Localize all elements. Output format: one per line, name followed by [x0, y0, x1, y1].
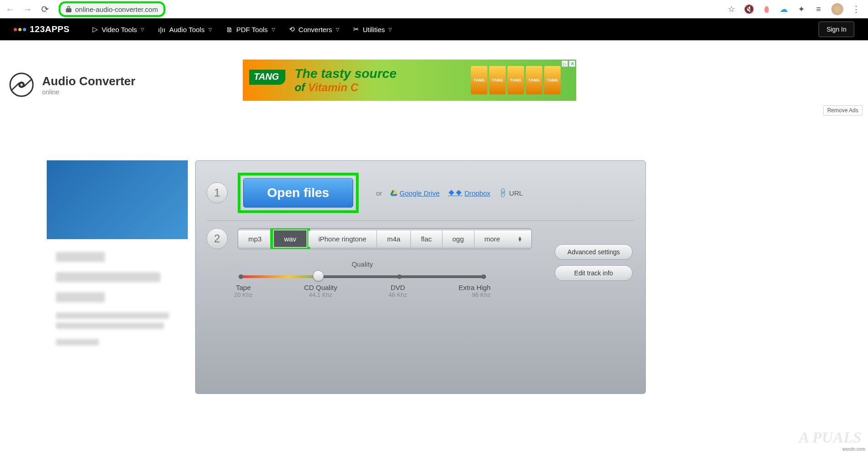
link-icon: 🔗 [497, 187, 509, 199]
google-drive-icon [390, 190, 398, 196]
brand-dots-icon [14, 28, 26, 31]
divider [207, 220, 634, 221]
slider-thumb[interactable] [313, 270, 324, 281]
ad-pack: TANG [489, 66, 506, 94]
step-1: 1 Open files or Google Drive ⯁⯁ Dropbox … [207, 167, 634, 219]
format-m4a[interactable]: m4a [377, 230, 411, 247]
open-files-highlight: Open files [238, 173, 359, 213]
extensions-icon[interactable]: ✦ [797, 5, 806, 14]
ql-s: 96 Khz [459, 291, 491, 298]
quality-label-dvd: DVD48 Khz [388, 284, 407, 298]
site-credit: wsxdn.com [842, 447, 865, 452]
more-label: more [485, 235, 500, 243]
chevron-down-icon: ▽ [208, 27, 212, 32]
format-ogg[interactable]: ogg [442, 230, 475, 247]
edit-track-info-button[interactable]: Edit track info [555, 265, 633, 281]
browser-toolbar: ← → ⟳ online-audio-converter.com ☆ 🔇 ⬮ ☁… [0, 0, 868, 18]
ad-pack: TANG [508, 66, 524, 94]
ext1-icon[interactable]: ⬮ [762, 5, 771, 14]
utilities-icon: ✂ [353, 25, 359, 33]
media-icon[interactable]: ≡ [814, 5, 823, 14]
quality-label-extra: Extra High96 Khz [459, 284, 491, 298]
dropbox-link[interactable]: ⯁⯁ Dropbox [448, 189, 491, 197]
advanced-settings-button[interactable]: Advanced settings [555, 244, 633, 260]
nav-label: PDF Tools [236, 26, 268, 33]
nav-audio-tools[interactable]: ı|ıı Audio Tools ▽ [158, 26, 212, 33]
format-iphone[interactable]: iPhone ringtone [308, 230, 377, 247]
format-more[interactable]: more ▴▾ [475, 230, 531, 247]
nav-converters[interactable]: ⟲ Converters ▽ [289, 25, 339, 33]
chevron-down-icon: ▽ [272, 27, 275, 32]
updown-icon: ▴▾ [519, 236, 521, 241]
ad-line1: The tasty source [295, 66, 397, 81]
ql-t: CD Quality [304, 284, 338, 291]
nav-pdf-tools[interactable]: 🗎 PDF Tools ▽ [226, 26, 275, 33]
lock-icon [66, 6, 71, 12]
nav-label: Utilities [363, 26, 385, 33]
mute-icon[interactable]: 🔇 [744, 5, 753, 14]
converter-panel: 1 Open files or Google Drive ⯁⯁ Dropbox … [195, 160, 646, 394]
quality-title: Quality [239, 260, 486, 268]
pdf-icon: 🗎 [226, 26, 233, 33]
back-button[interactable]: ← [5, 4, 16, 15]
url-link[interactable]: 🔗 URL [499, 189, 523, 197]
chevron-down-icon: ▽ [336, 27, 339, 32]
ad-close-icon[interactable]: ✕ [569, 60, 575, 67]
audio-icon: ı|ıı [158, 26, 165, 33]
cloud-ext-icon[interactable]: ☁ [779, 5, 788, 14]
star-icon[interactable]: ☆ [727, 5, 736, 14]
nav-utilities[interactable]: ✂ Utilities ▽ [353, 25, 392, 33]
step-number-1: 1 [207, 182, 228, 203]
slider-labels: Tape20 Khz CD Quality44.1 Khz DVD48 Khz … [234, 284, 491, 298]
formats-row: mp3 wav iPhone ringtone m4a flac ogg mor… [238, 228, 532, 249]
sign-in-button[interactable]: Sign In [819, 22, 854, 37]
profile-avatar[interactable] [831, 3, 843, 15]
remove-ads-button[interactable]: Remove Ads [823, 105, 863, 115]
ql-s: 48 Khz [388, 291, 407, 298]
ad-banner[interactable]: TANG The tasty source of Vitamin C TANG … [243, 60, 576, 101]
quality-label-tape: Tape20 Khz [234, 284, 252, 298]
ad-line2b: Vitamin C [308, 81, 359, 93]
nav-label: Converters [299, 26, 332, 33]
format-mp3[interactable]: mp3 [238, 230, 272, 247]
sidebar-ad-image [47, 160, 188, 239]
address-bar[interactable]: online-audio-converter.com [59, 1, 165, 17]
format-flac[interactable]: flac [411, 230, 442, 247]
gdrive-label: Google Drive [399, 189, 440, 197]
reload-button[interactable]: ⟳ [39, 4, 50, 15]
open-files-button[interactable]: Open files [243, 178, 353, 208]
format-wav[interactable]: wav [274, 230, 306, 247]
nav-label: Audio Tools [169, 26, 204, 33]
ad-text: The tasty source of Vitamin C [295, 66, 397, 94]
ql-t: Tape [234, 284, 252, 291]
ad-pack: TANG [544, 66, 561, 94]
video-icon: ▷ [93, 25, 98, 33]
nav-label: Video Tools [102, 26, 137, 33]
app-header: Audio Converter online [9, 72, 136, 97]
chevron-down-icon: ▽ [388, 27, 392, 32]
slider-tick [239, 274, 243, 279]
sidebar-ad-text [47, 239, 188, 358]
toolbar-icons: ☆ 🔇 ⬮ ☁ ✦ ≡ ⋮ [727, 3, 863, 15]
google-drive-link[interactable]: Google Drive [390, 189, 440, 197]
brand-logo[interactable]: 123APPS [14, 24, 70, 34]
nav-video-tools[interactable]: ▷ Video Tools ▽ [93, 25, 144, 33]
chevron-down-icon: ▽ [141, 27, 144, 32]
ql-t: DVD [388, 284, 407, 291]
site-nav: 123APPS ▷ Video Tools ▽ ı|ıı Audio Tools… [0, 18, 868, 40]
page-title: Audio Converter [42, 74, 136, 88]
sidebar-ad[interactable] [47, 160, 188, 358]
chrome-menu-icon[interactable]: ⋮ [852, 5, 861, 14]
adchoices-icon[interactable]: ▷ [562, 60, 568, 67]
ad-brand: TANG [249, 70, 285, 85]
forward-button[interactable]: → [22, 4, 33, 15]
svg-point-2 [21, 84, 23, 86]
page-subtitle: online [42, 88, 136, 96]
ql-t: Extra High [459, 284, 491, 291]
ad-line2a: of [295, 81, 308, 93]
disc-icon [9, 72, 34, 97]
slider-tick [481, 274, 486, 279]
quality-slider[interactable] [239, 272, 486, 281]
url-text: online-audio-converter.com [75, 5, 158, 13]
dropbox-icon: ⯁⯁ [448, 189, 463, 197]
